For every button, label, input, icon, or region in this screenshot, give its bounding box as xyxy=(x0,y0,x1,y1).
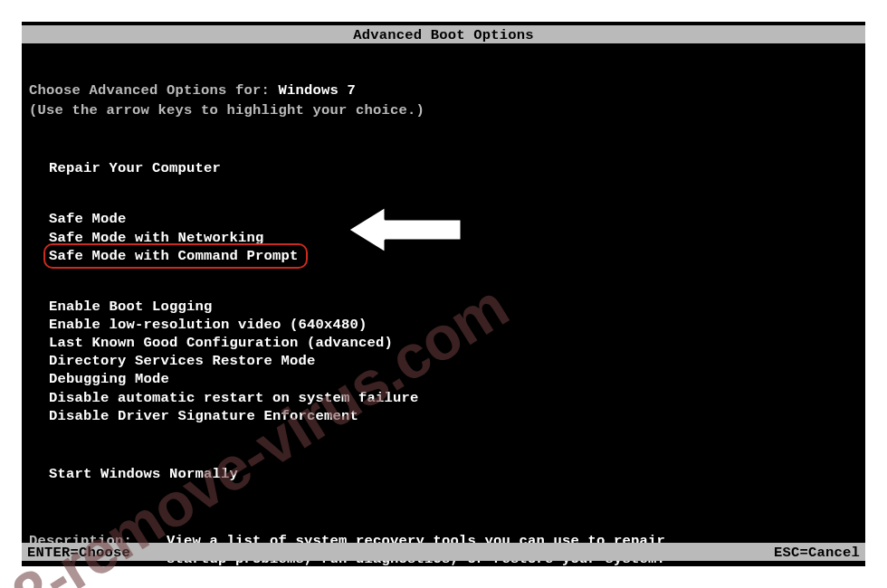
option-safe-mode[interactable]: Safe Mode xyxy=(49,210,858,228)
option-safe-mode-networking[interactable]: Safe Mode with Networking xyxy=(49,229,858,247)
option-safe-mode-cmd-label: Safe Mode with Command Prompt xyxy=(49,248,299,264)
option-disable-auto-restart[interactable]: Disable automatic restart on system fail… xyxy=(49,389,858,407)
screen-title: Advanced Boot Options xyxy=(353,27,534,43)
option-debugging[interactable]: Debugging Mode xyxy=(49,370,858,388)
option-low-res[interactable]: Enable low-resolution video (640x480) xyxy=(49,316,858,334)
boot-options-list: Repair Your Computer Safe Mode Safe Mode… xyxy=(49,159,858,483)
option-safe-mode-cmd[interactable]: Safe Mode with Command Prompt xyxy=(49,247,858,265)
footer-enter: ENTER=Choose xyxy=(27,544,130,561)
option-dsrm[interactable]: Directory Services Restore Mode xyxy=(49,352,858,370)
prompt-row: Choose Advanced Options for: Windows 7 xyxy=(29,81,858,100)
option-disable-sig-enforcement[interactable]: Disable Driver Signature Enforcement xyxy=(49,407,858,425)
prompt-label: Choose Advanced Options for: xyxy=(29,82,279,99)
os-name: Windows 7 xyxy=(279,82,357,99)
footer-esc: ESC=Cancel xyxy=(774,544,860,561)
footer-bar: ENTER=Choose ESC=Cancel xyxy=(22,543,865,561)
hint-row: (Use the arrow keys to highlight your ch… xyxy=(29,101,858,119)
option-last-known-good[interactable]: Last Known Good Configuration (advanced) xyxy=(49,334,858,352)
content-area: Choose Advanced Options for: Windows 7 (… xyxy=(22,81,865,568)
option-boot-logging[interactable]: Enable Boot Logging xyxy=(49,298,858,316)
boot-screen: Advanced Boot Options Choose Advanced Op… xyxy=(22,22,865,566)
option-start-normally[interactable]: Start Windows Normally xyxy=(49,465,858,483)
option-repair-computer[interactable]: Repair Your Computer xyxy=(49,159,858,177)
title-bar: Advanced Boot Options xyxy=(22,25,865,43)
